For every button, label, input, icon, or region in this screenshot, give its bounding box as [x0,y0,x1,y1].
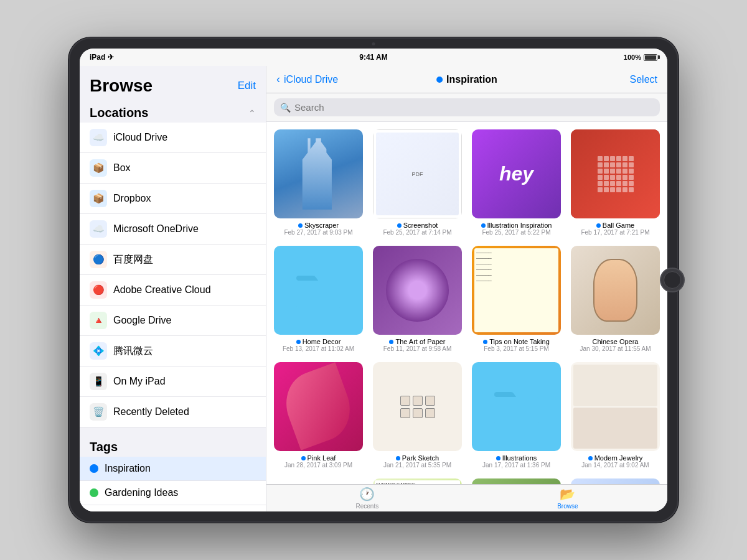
file-date-pink-leaf: Jan 28, 2017 at 3:09 PM [284,462,352,469]
file-item-pink-leaf[interactable]: Pink Leaf Jan 28, 2017 at 3:09 PM [274,362,363,469]
search-bar: 🔍 [266,93,667,122]
file-dot [481,223,486,228]
sidebar-item-ipad[interactable]: 📱 On My iPad [80,366,266,397]
file-date-modern-jewelry: Jan 14, 2017 at 9:02 AM [581,462,649,469]
file-date-ball-game: Feb 17, 2017 at 7:21 PM [581,229,649,236]
file-item-chinese-opera[interactable]: Chinese Opera Jan 30, 2017 at 11:55 AM [571,246,660,352]
edit-button[interactable]: Edit [238,80,256,92]
file-dot [483,340,487,344]
location-icon-ipad: 📱 [90,373,107,390]
tag-item-fun[interactable]: For Fun [80,505,266,511]
status-left: iPad ✈ [90,53,114,62]
file-item-folder-empty[interactable] [274,478,363,484]
file-thumb-screenshot: PDF [373,129,462,218]
tags-section: Tags Inspiration Gardening Ideas For Fun… [80,435,266,511]
battery-fill [645,55,656,60]
tag-label-inspiration: Inspiration [105,463,151,474]
file-thumb-illustrations [472,362,561,451]
app-container: Browse Edit Locations ⌃ ☁️ iCloud Drive … [80,66,667,511]
file-item-summer[interactable]: SUMMER GARDENPARTY─────────Menu table co… [373,478,462,484]
file-thumb-chinese-opera [571,246,660,335]
location-label-deleted: Recently Deleted [113,406,189,418]
sidebar-header: Browse Edit [80,66,266,101]
home-button-inner [664,271,681,289]
main-content: ‹ iCloud Drive Inspiration Select 🔍 [266,66,667,511]
file-thumb-note-taking: ────────────────────────────── [472,246,561,335]
file-name-pink-leaf: Pink Leaf [301,454,336,462]
home-button[interactable] [660,268,685,292]
file-date-skyscraper: Feb 27, 2017 at 9:03 PM [284,229,352,236]
tag-item-gardening[interactable]: Gardening Ideas [80,481,266,505]
sidebar-item-icloud[interactable]: ☁️ iCloud Drive [80,123,266,153]
file-item-park-sketch[interactable]: Park Sketch Jan 21, 2017 at 5:35 PM [373,362,462,469]
recents-icon: 🕐 [359,487,375,502]
file-thumb-art-paper [373,246,462,335]
back-label: iCloud Drive [284,74,338,85]
recents-label: Recents [355,503,378,510]
sidebar-item-gdrive[interactable]: 🔺 Google Drive [80,306,266,336]
file-date-illustration: Feb 25, 2017 at 5:22 PM [482,229,550,236]
sidebar-item-baidu[interactable]: 🔵 百度网盘 [80,245,266,275]
location-label-ipad: On My iPad [113,376,166,387]
nav-title-text: Inspiration [446,74,497,85]
browse-tab-label: Browse [557,503,578,510]
status-right: 100% [624,54,657,61]
back-chevron-icon: ‹ [276,73,280,86]
sidebar: Browse Edit Locations ⌃ ☁️ iCloud Drive … [80,66,266,511]
sidebar-item-deleted[interactable]: 🗑️ Recently Deleted [80,397,266,427]
tab-browse[interactable]: 📂 Browse [557,487,578,510]
tag-label-gardening: Gardening Ideas [105,487,178,498]
tag-item-inspiration[interactable]: Inspiration [80,457,266,481]
file-item-illustration[interactable]: hey Illustration Inspiration Feb 25, 201… [472,129,561,236]
chevron-down-icon: ⌃ [248,108,256,118]
file-name-modern-jewelry: Modern Jewelry [588,454,643,462]
file-name-home-decor: Home Decor [296,338,341,345]
ipad-frame: iPad ✈ 9:41 AM 100% Browse Edit Location… [68,37,679,523]
file-dot [496,456,500,460]
nav-title: Inspiration [436,74,497,85]
sidebar-item-dropbox[interactable]: 📦 Dropbox [80,184,266,214]
file-item-whitestone[interactable]: WhitestoneFarm Whitestone Farm [472,478,561,484]
select-button[interactable]: Select [630,74,657,85]
location-icon-onedrive: ☁️ [90,220,107,238]
sidebar-item-tencent[interactable]: 💠 腾讯微云 [80,336,266,366]
tags-list: Inspiration Gardening Ideas For Fun Impo… [80,457,266,511]
tag-dot-gardening [90,488,98,497]
sidebar-item-adobe[interactable]: 🔴 Adobe Creative Cloud [80,275,266,306]
sidebar-item-onedrive[interactable]: ☁️ Microsoft OneDrive [80,214,266,245]
file-item-note-taking[interactable]: ────────────────────────────── Tips on N… [472,246,561,352]
location-icon-dropbox: 📦 [90,190,107,207]
search-input[interactable] [294,102,654,113]
tags-title: Tags [90,440,118,454]
file-item-skyscraper[interactable]: Skyscraper Feb 27, 2017 at 9:03 PM [274,129,363,236]
file-name-note-taking: Tips on Note Taking [483,338,550,345]
sidebar-item-box[interactable]: 📦 Box [80,153,266,184]
location-label-baidu: 百度网盘 [113,253,153,266]
file-thumb-ball-game [571,129,660,218]
file-item-ball-game[interactable]: Ball Game Feb 17, 2017 at 7:21 PM [571,129,660,236]
file-name-art-paper: The Art of Paper [389,338,445,345]
file-thumb-home-decor [274,246,363,335]
file-item-blue-item[interactable] [571,478,660,484]
file-item-illustrations[interactable]: Illustrations Jan 17, 2017 at 1:36 PM [472,362,561,469]
ipad-screen: iPad ✈ 9:41 AM 100% Browse Edit Location… [80,49,667,511]
back-button[interactable]: ‹ iCloud Drive [276,73,338,86]
tab-recents[interactable]: 🕐 Recents [355,487,378,510]
file-name-screenshot: Screenshot [397,222,438,229]
file-item-home-decor[interactable]: Home Decor Feb 13, 2017 at 11:02 AM [274,246,363,352]
camera-dot [372,42,375,45]
file-item-screenshot[interactable]: PDF Screenshot Feb 25, 2017 at 7:14 PM [373,129,462,236]
file-thumb-folder-empty [274,478,363,484]
location-label-tencent: 腾讯微云 [113,345,153,358]
file-grid: Skyscraper Feb 27, 2017 at 9:03 PM PDF S… [266,122,667,484]
file-name-ball-game: Ball Game [596,222,634,229]
file-item-modern-jewelry[interactable]: Modern Jewelry Jan 14, 2017 at 9:02 AM [571,362,660,469]
file-thumb-illustration: hey [472,129,561,218]
file-date-chinese-opera: Jan 30, 2017 at 11:55 AM [580,345,651,352]
location-icon-adobe: 🔴 [90,281,107,299]
file-date-note-taking: Feb 3, 2017 at 5:15 PM [484,345,549,352]
file-dot [296,340,301,344]
file-item-art-paper[interactable]: The Art of Paper Feb 11, 2017 at 9:58 AM [373,246,462,352]
file-name-chinese-opera: Chinese Opera [593,338,639,345]
browse-icon: 📂 [560,487,575,502]
